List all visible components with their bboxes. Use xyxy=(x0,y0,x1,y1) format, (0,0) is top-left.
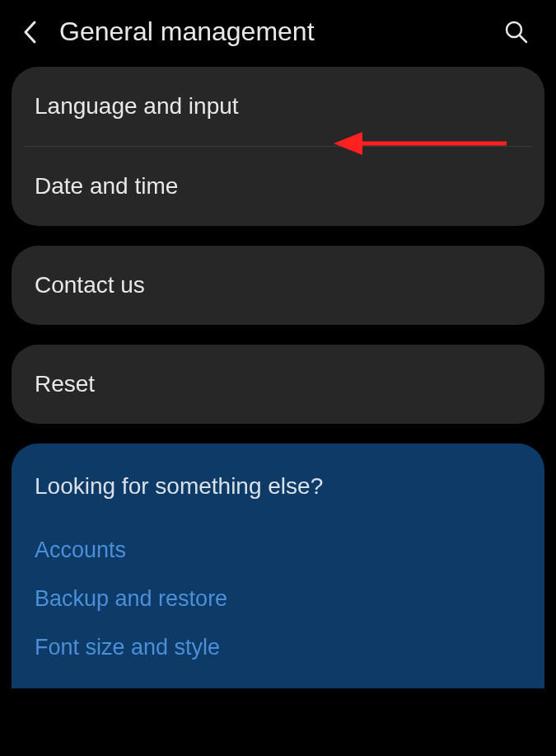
back-icon[interactable] xyxy=(20,17,40,47)
suggestion-link-font-size-style[interactable]: Font size and style xyxy=(35,623,521,672)
list-item-label: Reset xyxy=(35,371,95,397)
settings-group-3: Reset xyxy=(12,345,544,424)
suggestion-link-accounts[interactable]: Accounts xyxy=(35,526,521,575)
settings-group-2: Contact us xyxy=(12,246,544,325)
suggestions-title: Looking for something else? xyxy=(35,473,521,500)
suggestion-link-label: Font size and style xyxy=(35,635,220,660)
list-item-label: Contact us xyxy=(35,272,145,298)
list-item-contact-us[interactable]: Contact us xyxy=(12,246,544,325)
header: General management xyxy=(0,0,556,67)
search-icon[interactable] xyxy=(503,19,530,45)
list-item-label: Date and time xyxy=(35,173,178,199)
settings-group-1: Language and input Date and time xyxy=(12,67,544,226)
suggestion-link-label: Backup and restore xyxy=(35,586,227,611)
content: Language and input Date and time Contact… xyxy=(0,67,556,688)
list-item-language-input[interactable]: Language and input xyxy=(12,67,544,146)
suggestion-link-label: Accounts xyxy=(35,538,126,562)
page-title: General management xyxy=(59,16,484,47)
suggestions-card: Looking for something else? Accounts Bac… xyxy=(12,444,544,688)
list-item-label: Language and input xyxy=(35,93,239,119)
list-item-date-time[interactable]: Date and time xyxy=(12,147,544,226)
list-item-reset[interactable]: Reset xyxy=(12,345,544,424)
suggestion-link-backup-restore[interactable]: Backup and restore xyxy=(35,575,521,623)
